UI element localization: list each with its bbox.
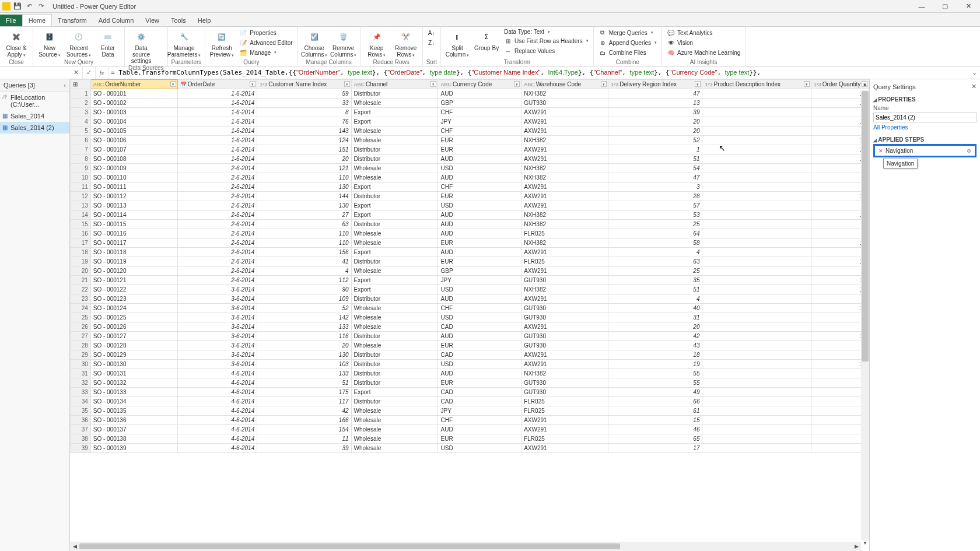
data-grid[interactable]: ⊞ABCOrderNumber▾📅OrderDate▾1²3Customer N…	[70, 79, 869, 551]
cell[interactable]: FLR025	[522, 257, 608, 266]
cell[interactable]: 144	[257, 192, 351, 201]
refresh-preview-button[interactable]: 🔄Refresh Preview	[209, 28, 235, 58]
cell[interactable]: 3-6-2014	[177, 360, 257, 369]
column-filter-icon[interactable]: ▾	[601, 81, 607, 87]
tab-help[interactable]: Help	[192, 15, 217, 26]
cell[interactable]: Export	[351, 210, 438, 220]
cell[interactable]: GUT930	[522, 304, 608, 313]
cell[interactable]: 13	[811, 99, 869, 108]
row-number[interactable]: 12	[71, 192, 91, 201]
cell[interactable]: 25	[608, 266, 702, 276]
cell[interactable]	[702, 229, 811, 238]
cell[interactable]	[702, 136, 811, 145]
cell[interactable]: Export	[351, 108, 438, 117]
cell[interactable]: 1-6-2014	[177, 136, 257, 145]
cell[interactable]	[702, 313, 811, 322]
column-header[interactable]: ABCOrderNumber▾	[90, 80, 177, 89]
cell[interactable]: 65	[608, 434, 702, 444]
cell[interactable]: 130	[257, 350, 351, 360]
cell[interactable]: 4-6-2014	[177, 425, 257, 434]
cell[interactable]: EUR	[438, 136, 522, 145]
cell[interactable]: 66	[608, 397, 702, 406]
cell[interactable]: 175	[257, 388, 351, 397]
cell[interactable]: NXH382	[522, 210, 608, 220]
tab-view[interactable]: View	[139, 15, 165, 26]
cell[interactable]: Wholesale	[351, 425, 438, 434]
cell[interactable]: AUD	[438, 369, 522, 378]
cell[interactable]: USD	[438, 444, 522, 453]
cell[interactable]	[702, 444, 811, 453]
cell[interactable]: GBP	[438, 266, 522, 276]
cell[interactable]: 13	[608, 99, 702, 108]
cell[interactable]: SO - 000107	[90, 145, 177, 155]
cell[interactable]: USD	[438, 201, 522, 210]
manage-button[interactable]: 🗂️Manage	[238, 48, 293, 57]
cell[interactable]: 4	[257, 266, 351, 276]
row-number[interactable]: 29	[71, 350, 91, 360]
row-number[interactable]: 24	[71, 304, 91, 313]
cell[interactable]	[702, 238, 811, 248]
cell[interactable]: Wholesale	[351, 444, 438, 453]
cell[interactable]: 51	[608, 285, 702, 294]
new-source-button[interactable]: 🗄️New Source	[37, 28, 62, 58]
cell[interactable]: 109	[257, 294, 351, 304]
cell[interactable]: SO - 000125	[90, 313, 177, 322]
cell[interactable]: SO - 000124	[90, 304, 177, 313]
row-number[interactable]: 31	[71, 369, 91, 378]
cell[interactable]	[702, 332, 811, 341]
cell[interactable]: 12	[811, 89, 869, 99]
cell[interactable]: 7	[811, 173, 869, 183]
cell[interactable]: 20	[608, 127, 702, 136]
cell[interactable]: SO - 000133	[90, 388, 177, 397]
cell[interactable]: 2-6-2014	[177, 238, 257, 248]
cell[interactable]: Export	[351, 248, 438, 257]
row-number[interactable]: 18	[71, 248, 91, 257]
cell[interactable]: 3-6-2014	[177, 304, 257, 313]
query-name-input[interactable]	[873, 113, 977, 122]
cell[interactable]	[702, 108, 811, 117]
column-filter-icon[interactable]: ▾	[170, 81, 176, 87]
query-item[interactable]: Sales_2014 (2)	[0, 122, 69, 134]
cell[interactable]: CAD	[438, 388, 522, 397]
cell[interactable]: SO - 000109	[90, 164, 177, 173]
cell[interactable]: 54	[608, 164, 702, 173]
merge-queries-button[interactable]: ⧉Merge Queries	[597, 28, 658, 37]
cell[interactable]: 59	[257, 89, 351, 99]
cell[interactable]: 20	[608, 322, 702, 332]
cell[interactable]: AUD	[438, 210, 522, 220]
cell[interactable]: 143	[257, 127, 351, 136]
cell[interactable]: 52	[608, 136, 702, 145]
row-number[interactable]: 20	[71, 266, 91, 276]
row-number[interactable]: 7	[71, 145, 91, 155]
column-filter-icon[interactable]: ▾	[514, 81, 520, 87]
cell[interactable]: SO - 000101	[90, 89, 177, 99]
cell[interactable]: GUT930	[522, 276, 608, 285]
cell[interactable]: AXW291	[522, 127, 608, 136]
cell[interactable]: Wholesale	[351, 416, 438, 425]
cell[interactable]: 35	[608, 276, 702, 285]
cell[interactable]: GUT930	[522, 378, 608, 388]
cell[interactable]: CHF	[438, 183, 522, 192]
cell[interactable]	[702, 201, 811, 210]
cell[interactable]	[702, 248, 811, 257]
cell[interactable]: 1-6-2014	[177, 89, 257, 99]
formula-input[interactable]: = Table.TransformColumnTypes(Sales_2014_…	[108, 68, 968, 78]
row-number[interactable]: 36	[71, 416, 91, 425]
row-number[interactable]: 16	[71, 229, 91, 238]
cell[interactable]: AXW291	[522, 248, 608, 257]
cell[interactable]: 9	[811, 229, 869, 238]
row-number[interactable]: 14	[71, 210, 91, 220]
cell[interactable]: Export	[351, 201, 438, 210]
row-number[interactable]: 33	[71, 388, 91, 397]
cell[interactable]: SO - 000111	[90, 183, 177, 192]
cell[interactable]: SO - 000116	[90, 229, 177, 238]
column-header[interactable]: 1²3Order Quantity▾	[811, 80, 869, 89]
cell[interactable]: Distributor	[351, 155, 438, 164]
cell[interactable]: 4-6-2014	[177, 444, 257, 453]
cell[interactable]: AUD	[438, 425, 522, 434]
cell[interactable]: 9	[811, 313, 869, 322]
cell[interactable]: USD	[438, 285, 522, 294]
cell[interactable]	[702, 164, 811, 173]
cell[interactable]	[702, 425, 811, 434]
cell[interactable]: 3-6-2014	[177, 313, 257, 322]
